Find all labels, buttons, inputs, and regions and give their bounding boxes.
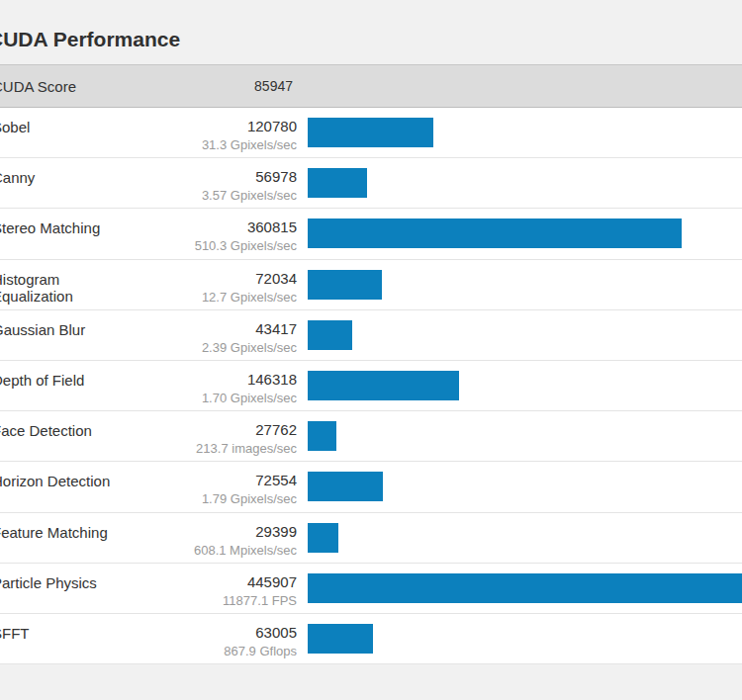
- benchmark-score-cell: 29399 608.1 Mpixels/sec: [139, 513, 297, 559]
- benchmark-rate: 2.39 Gpixels/sec: [139, 339, 297, 356]
- benchmark-rate: 12.7 Gpixels/sec: [139, 289, 297, 306]
- overall-score-row: CUDA Score 85947: [0, 64, 742, 108]
- score-bar: [308, 118, 433, 147]
- score-bar: [308, 168, 367, 198]
- benchmark-row: Canny 56978 3.57 Gpixels/sec: [0, 158, 742, 209]
- benchmark-bar-cell: [297, 320, 742, 350]
- benchmark-rate: 31.3 Gpixels/sec: [139, 136, 297, 153]
- benchmark-score-value: 120780: [139, 119, 297, 134]
- benchmark-bar-cell: [297, 573, 742, 603]
- score-bar: [308, 573, 742, 603]
- benchmark-row: Gaussian Blur 43417 2.39 Gpixels/sec: [0, 310, 742, 361]
- benchmark-row: Sobel 120780 31.3 Gpixels/sec: [0, 108, 742, 158]
- benchmark-score-cell: 146318 1.70 Gpixels/sec: [139, 361, 297, 406]
- benchmark-bar-cell: [297, 219, 742, 248]
- benchmark-table: Sobel 120780 31.3 Gpixels/sec Canny 5697…: [0, 108, 742, 664]
- benchmark-row: Face Detection 27762 213.7 images/sec: [0, 411, 742, 462]
- benchmark-score-cell: 56978 3.57 Gpixels/sec: [139, 158, 297, 204]
- score-bar: [308, 371, 459, 400]
- overall-score-value: 85947: [139, 78, 293, 94]
- benchmark-name: Stereo Matching: [0, 209, 139, 236]
- benchmark-name: Face Detection: [0, 411, 139, 439]
- benchmark-bar-cell: [297, 118, 742, 147]
- benchmark-rate: 3.57 Gpixels/sec: [139, 187, 297, 204]
- score-bar: [308, 219, 682, 248]
- benchmark-score-value: 72034: [139, 271, 297, 287]
- score-bar: [308, 523, 338, 553]
- benchmark-name: SFFT: [0, 614, 139, 642]
- benchmark-name: Canny: [0, 158, 139, 186]
- benchmark-score-cell: 445907 11877.1 FPS: [139, 564, 297, 609]
- benchmark-row: Particle Physics 445907 11877.1 FPS: [0, 564, 742, 614]
- benchmark-rate: 1.79 Gpixels/sec: [139, 490, 297, 507]
- benchmark-score-cell: 120780 31.3 Gpixels/sec: [139, 108, 297, 153]
- benchmark-score-value: 27762: [139, 422, 297, 438]
- benchmark-score-cell: 43417 2.39 Gpixels/sec: [139, 310, 297, 356]
- benchmark-score-cell: 72554 1.79 Gpixels/sec: [139, 462, 297, 507]
- benchmark-results-page: CUDA Performance CUDA Score 85947 Sobel …: [0, 0, 742, 700]
- benchmark-name: Feature Matching: [0, 513, 139, 541]
- benchmark-score-cell: 72034 12.7 Gpixels/sec: [139, 260, 297, 306]
- benchmark-name: Sobel: [0, 108, 139, 135]
- page-title: CUDA Performance: [0, 28, 180, 51]
- benchmark-name: Horizon Detection: [0, 462, 139, 489]
- benchmark-rate: 608.1 Mpixels/sec: [139, 542, 297, 559]
- page: { "page": { "title": "CUDA Performance" …: [0, 0, 742, 700]
- benchmark-name: Gaussian Blur: [0, 310, 139, 338]
- benchmark-score-value: 63005: [139, 625, 297, 641]
- benchmark-name: Particle Physics: [0, 564, 139, 591]
- benchmark-name: Depth of Field: [0, 361, 139, 389]
- score-bar: [308, 472, 383, 501]
- benchmark-name: Histogram Equalization: [0, 260, 139, 305]
- score-bar: [308, 421, 336, 451]
- benchmark-rate: 510.3 Gpixels/sec: [139, 237, 297, 254]
- score-bar: [308, 320, 352, 350]
- benchmark-score-cell: 27762 213.7 images/sec: [139, 411, 297, 457]
- benchmark-rate: 867.9 Gflops: [139, 643, 297, 659]
- benchmark-bar-cell: [297, 421, 742, 451]
- benchmark-score-value: 72554: [139, 473, 297, 488]
- overall-score-label: CUDA Score: [0, 78, 139, 95]
- benchmark-row: Feature Matching 29399 608.1 Mpixels/sec: [0, 513, 742, 564]
- benchmark-bar-cell: [297, 168, 742, 198]
- benchmark-row: Histogram Equalization 72034 12.7 Gpixel…: [0, 260, 742, 310]
- benchmark-bar-cell: [297, 624, 742, 654]
- benchmark-score-value: 43417: [139, 321, 297, 337]
- benchmark-bar-cell: [297, 270, 742, 300]
- benchmark-rate: 213.7 images/sec: [139, 440, 297, 457]
- benchmark-rate: 1.70 Gpixels/sec: [139, 390, 297, 406]
- benchmark-bar-cell: [297, 523, 742, 553]
- score-bar: [308, 270, 382, 300]
- benchmark-score-value: 29399: [139, 524, 297, 540]
- benchmark-rate: 11877.1 FPS: [139, 592, 297, 609]
- score-bar: [308, 624, 373, 654]
- benchmark-score-value: 56978: [139, 169, 297, 185]
- benchmark-row: Depth of Field 146318 1.70 Gpixels/sec: [0, 361, 742, 411]
- benchmark-score-value: 146318: [139, 372, 297, 388]
- benchmark-bar-cell: [297, 371, 742, 400]
- benchmark-row: Stereo Matching 360815 510.3 Gpixels/sec: [0, 209, 742, 259]
- benchmark-score-value: 360815: [139, 219, 297, 235]
- benchmark-row: Horizon Detection 72554 1.79 Gpixels/sec: [0, 462, 742, 512]
- benchmark-bar-cell: [297, 472, 742, 501]
- benchmark-row: SFFT 63005 867.9 Gflops: [0, 614, 742, 664]
- benchmark-score-cell: 63005 867.9 Gflops: [139, 614, 297, 659]
- benchmark-score-cell: 360815 510.3 Gpixels/sec: [139, 209, 297, 254]
- benchmark-score-value: 445907: [139, 574, 297, 590]
